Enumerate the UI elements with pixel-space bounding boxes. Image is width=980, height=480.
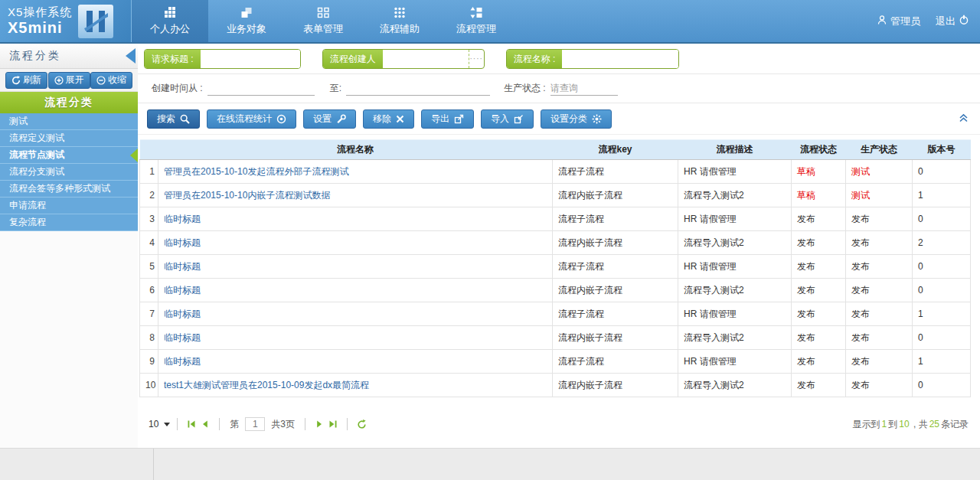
tree-item[interactable]: 测试 [0,113,138,130]
process-name-link[interactable]: 临时标题 [164,332,201,343]
tree-item[interactable]: 流程定义测试 [0,130,138,147]
date-from-label: 创建时间从 : [152,82,203,95]
process-status: 发布 [792,302,846,326]
nav-tab-process-management[interactable]: 流程管理 [438,0,514,42]
next-page-button[interactable] [315,420,324,429]
refresh-button[interactable]: 刷新 [5,72,47,89]
process-name-link[interactable]: 管理员在2015-10-10发起流程外部子流程测试 [164,166,348,177]
tree-item-label: 复杂流程 [9,216,46,229]
nav-tabs: 个人办公 业务对象 表单管理 流程辅助 流程管理 [132,0,514,42]
footer-band [0,448,980,480]
nav-tab-process-assist[interactable]: 流程辅助 [361,0,438,42]
version: 0 [913,326,971,350]
summary-part: 显示到 [853,419,880,429]
current-user[interactable]: 管理员 [877,15,920,28]
table-body: 1 管理员在2015-10-10发起流程外部子流程测试 流程子流程 HR 请假管… [140,160,971,397]
tree-item[interactable]: 流程会签等多种形式测试 [0,181,138,198]
objects-icon [240,7,253,18]
tree-item-label: 测试 [9,115,28,128]
date-to-input[interactable] [346,82,490,96]
caret-down-icon [164,423,170,426]
nav-tab-form-management[interactable]: 表单管理 [285,0,361,42]
filter-input[interactable] [562,50,678,68]
user-name-label: 管理员 [890,15,920,28]
date-from-input[interactable] [207,82,315,96]
process-name-link[interactable]: 管理员在2015-10-10内嵌子流程测试数据 [164,190,330,201]
import-button[interactable]: 导入 [481,109,534,129]
prod-status: 发布 [846,350,913,374]
page-size-select[interactable]: 10 [149,419,170,429]
last-page-button[interactable] [328,420,338,429]
process-name-link[interactable]: 临时标题 [164,237,201,248]
column-header: 流程key [553,140,678,160]
flow-icon [470,7,483,18]
divider [305,418,305,430]
settings-button[interactable]: 设置 [303,109,356,129]
table-row: 10 test1大雄测试管理员在2015-10-09发起dx最简流程 流程内嵌子… [140,374,971,397]
page-prefix-label: 第 [230,418,239,431]
filter-field: 流程名称 : [506,49,680,69]
collapse-panel-icon[interactable] [958,113,969,126]
filter-input[interactable] [383,50,469,68]
tree-item[interactable]: 流程分支测试 [0,164,138,181]
sidebar-title-label: 流程分类 [9,49,61,63]
tree-item[interactable]: 复杂流程 [0,214,138,231]
collapse-sidebar-arrow-icon[interactable] [126,48,136,64]
table-row: 8 临时标题 流程内嵌子流程 流程导入测试2 发布 发布 0 [140,326,971,350]
first-page-button[interactable] [187,420,196,429]
power-icon [959,15,969,28]
sidebar-header: 流程分类 [0,44,138,69]
row-number: 2 [140,184,158,207]
prod-status: 发布 [846,302,913,326]
row-number: 7 [140,302,158,326]
process-name-link[interactable]: test1大雄测试管理员在2015-10-09发起dx最简流程 [164,380,369,390]
process-name-link[interactable]: 临时标题 [164,214,201,224]
process-key: 流程子流程 [553,302,678,326]
nav-tab-label: 流程辅助 [380,22,420,36]
nav-tab-business-object[interactable]: 业务对象 [208,0,285,42]
online-process-stats-button[interactable]: 在线流程统计 [207,109,296,129]
app-subtitle: X5mini [8,19,72,37]
process-status: 草稿 [792,184,846,207]
export-button[interactable]: 导出 [421,109,474,129]
page-number-input[interactable] [245,417,265,431]
process-table: 流程名称流程key流程描述流程状态生产状态版本号 1 管理员在2015-10-1… [139,139,971,397]
summary-part: 到 [888,419,897,429]
prod-status: 测试 [846,184,913,207]
tree-header: 流程分类 [0,92,138,113]
process-name-link[interactable]: 临时标题 [164,261,201,272]
table-row: 6 临时标题 流程内嵌子流程 流程导入测试2 发布 发布 0 [140,279,971,302]
toolbar: 搜索 在线流程统计 设置 移除 导出 导入 设置分类 [138,103,980,135]
search-button[interactable]: 搜索 [147,109,200,129]
collapse-button[interactable]: 收缩 [90,72,132,89]
nav-tab-personal-office[interactable]: 个人办公 [132,0,208,42]
row-number: 3 [140,207,158,231]
process-desc: HR 请假管理 [678,350,792,374]
row-number: 5 [140,255,158,279]
picker-button[interactable]: ···· [469,50,484,68]
prod-status: 发布 [846,279,913,302]
tree-item[interactable]: 流程节点测试 [0,147,138,164]
filter-row-2: 创建时间从 : 至: 生产状态 : [138,74,980,103]
expand-button[interactable]: 展开 [48,72,90,89]
process-name-link[interactable]: 临时标题 [164,285,201,296]
nav-tab-label: 个人办公 [150,22,190,36]
filter-input[interactable] [201,50,300,68]
logout-button[interactable]: 退出 [936,15,969,28]
gear-icon [592,114,602,124]
prod-status: 发布 [846,207,913,231]
prev-page-button[interactable] [201,420,210,429]
filter-label: 流程名称 : [507,50,563,68]
process-name-link[interactable]: 临时标题 [164,309,201,319]
version: 0 [913,255,971,279]
process-name-link[interactable]: 临时标题 [164,356,201,367]
table-row: 9 临时标题 流程子流程 HR 请假管理 发布 发布 1 [140,350,971,374]
set-category-button[interactable]: 设置分类 [541,109,612,129]
prod-status-input[interactable] [550,82,618,96]
tree-item[interactable]: 申请流程 [0,198,138,214]
row-number: 10 [140,374,158,397]
reload-button[interactable] [357,420,367,429]
selected-arrow-icon [130,149,138,162]
row-number: 4 [140,231,158,255]
remove-button[interactable]: 移除 [363,109,414,129]
